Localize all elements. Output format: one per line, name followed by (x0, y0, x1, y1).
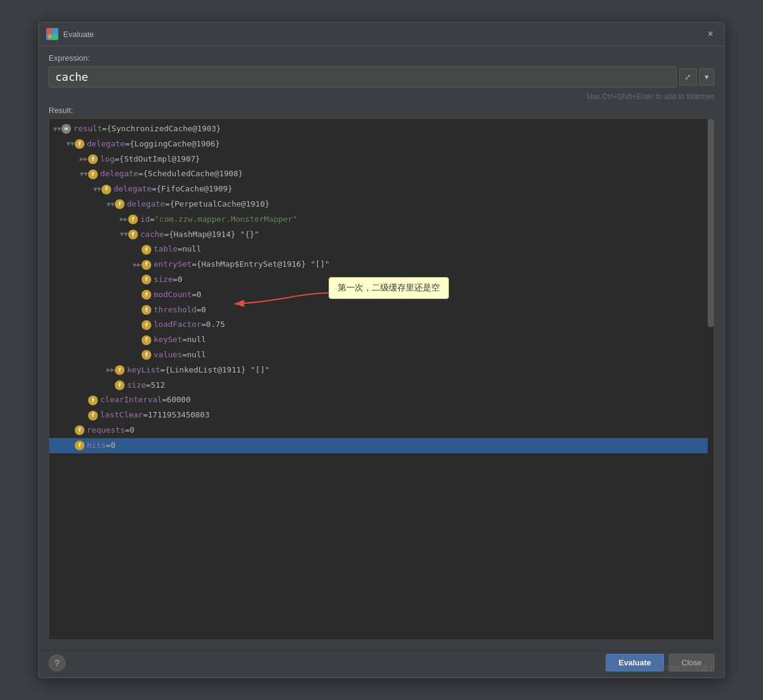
tree-item[interactable]: ▶fkeyList = {LinkedList@1911} "[]" (49, 363, 714, 378)
svg-rect-1 (53, 30, 56, 33)
tree-arrow[interactable]: ▶ (120, 214, 128, 225)
value: null (187, 334, 206, 346)
tree-item[interactable]: ▶fid = "com.zzw.mapper.MonsterMapper" (49, 212, 714, 227)
tree-item[interactable]: ▼fdelegate = {ScheduledCache@1908} (49, 166, 714, 182)
tree-item[interactable]: ftable = null (49, 242, 714, 257)
var-name: table (154, 243, 177, 256)
field-icon: f (142, 260, 151, 270)
scrollbar-track[interactable] (708, 119, 714, 639)
svg-rect-2 (48, 35, 52, 38)
footer-left: ? (49, 654, 66, 671)
field-icon: f (142, 305, 151, 315)
value: {LoggingCache@1906} (129, 138, 220, 151)
expression-input[interactable] (49, 66, 677, 88)
tree-item[interactable]: flastClear = 1711953450803 (49, 408, 714, 423)
expression-row: ⤢ ▾ (49, 66, 714, 88)
op: = (162, 394, 167, 407)
tree-arrow[interactable]: ▶ (106, 365, 115, 376)
help-button[interactable]: ? (49, 654, 66, 671)
tree-item[interactable]: frequests = 0 (49, 423, 714, 438)
field-icon: f (115, 365, 125, 375)
tree-item[interactable]: ▼fcache = {HashMap@1914} "{}" (49, 227, 714, 242)
value: {PerpetualCache@1910} (169, 198, 269, 211)
op: = (114, 153, 119, 166)
var-name: log (100, 153, 114, 166)
value: 60000 (167, 394, 191, 407)
tree-item[interactable]: floadFactor = 0.75 (49, 317, 714, 332)
tree-arrow[interactable]: ▶ (80, 154, 88, 165)
tree-arrow[interactable]: ▼ (93, 184, 101, 195)
expression-expand-button[interactable]: ⤢ (679, 68, 697, 86)
value: {HashMap@1914} "{}" (169, 228, 259, 241)
tree-item[interactable]: fkeySet = null (49, 332, 714, 348)
tree-item[interactable]: ▼fdelegate = {PerpetualCache@1910} (49, 197, 714, 212)
tree-item[interactable]: ▼∞result = {SynchronizedCache@1903} (49, 122, 714, 137)
tree-item[interactable]: fclearInterval = 60000 (49, 393, 714, 408)
tree-item[interactable]: fhits = 0 (49, 438, 714, 453)
var-name: values (154, 349, 182, 362)
op: = (165, 198, 170, 211)
op: = (173, 273, 177, 286)
var-name: delegate (100, 168, 139, 180)
tree-item[interactable]: ▶fentrySet = {HashMap$EntrySet@1916} "[]… (49, 257, 714, 272)
op: = (164, 228, 169, 241)
scrollbar-thumb[interactable] (708, 119, 714, 327)
field-icon: f (142, 320, 151, 330)
var-name: modCount (154, 289, 192, 301)
tree-item[interactable]: fthreshold = 0 (49, 303, 714, 318)
tree-arrow[interactable]: ▼ (80, 169, 88, 180)
tree-item[interactable]: ▼fdelegate = {FifoCache@1909} (49, 182, 714, 197)
tree-item[interactable]: ▶flog = {StdOutImpl@1907} (49, 152, 714, 167)
op: = (143, 409, 148, 422)
field-icon: f (142, 245, 151, 255)
window-close-button[interactable]: × (704, 27, 717, 41)
field-icon: f (101, 185, 111, 194)
title-bar: Evaluate × (39, 22, 724, 46)
tree-item[interactable]: fvalues = null (49, 348, 714, 363)
var-name: loadFactor (154, 318, 201, 331)
tree-arrow[interactable]: ▼ (66, 139, 75, 149)
field-icon: f (88, 411, 98, 420)
op: = (196, 304, 201, 317)
var-name: requests (87, 424, 125, 437)
var-name: clearInterval (100, 394, 162, 407)
value: 0 (129, 424, 134, 437)
value: 0 (111, 439, 115, 452)
field-icon: f (142, 335, 151, 345)
tooltip-box: 第一次，二级缓存里还是空 (329, 277, 449, 299)
expression-dropdown-button[interactable]: ▾ (699, 68, 714, 86)
op: = (192, 289, 197, 301)
result-tree[interactable]: ▼∞result = {SynchronizedCache@1903}▼fdel… (49, 118, 714, 640)
value: "com.zzw.mapper.MonsterMapper" (154, 213, 297, 226)
var-name: size (154, 273, 173, 286)
value: {FifoCache@1909} (156, 183, 232, 196)
value: 0 (196, 289, 201, 301)
var-name: keySet (154, 334, 182, 346)
tree-item[interactable]: fsize = 512 (49, 378, 714, 393)
evaluate-button[interactable]: Evaluate (606, 654, 663, 671)
tree-arrow[interactable]: ▼ (53, 124, 61, 135)
watermark: CSDN @~ 小团子 (661, 664, 714, 673)
tree-arrow[interactable]: ▶ (133, 259, 142, 270)
value: {HashMap$EntrySet@1916} "[]" (196, 258, 329, 271)
tree-arrow[interactable]: ▼ (120, 229, 128, 240)
value: 0 (177, 273, 182, 286)
tree-item[interactable]: ▼fdelegate = {LoggingCache@1906} (49, 137, 714, 152)
value: {ScheduledCache@1908} (143, 168, 242, 180)
op: = (125, 424, 130, 437)
tree-arrow[interactable]: ▼ (106, 199, 115, 210)
op: = (102, 123, 107, 136)
op: = (146, 379, 151, 392)
value: 1711953450803 (148, 409, 210, 422)
value: null (182, 243, 201, 256)
var-name: entrySet (154, 258, 192, 271)
result-label: Result: (49, 106, 714, 115)
dialog-body: Expression: ⤢ ▾ Use Ctrl+Shift+Enter to … (39, 46, 724, 647)
expression-label: Expression: (49, 53, 714, 63)
value: {LinkedList@1911} "[]" (165, 364, 270, 377)
dialog-title: Evaluate (63, 30, 94, 39)
value: 0 (201, 304, 206, 317)
evaluate-dialog: Evaluate × Expression: ⤢ ▾ Use Ctrl+Shif… (38, 22, 725, 678)
op: = (160, 364, 165, 377)
app-icon (46, 28, 58, 40)
